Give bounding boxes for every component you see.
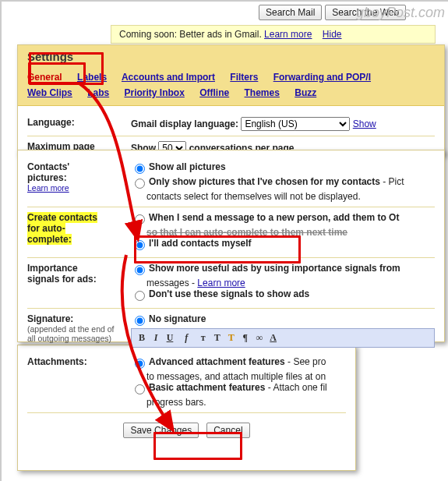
contacts-showall-radio[interactable]: Show all pictures: [131, 161, 435, 174]
language-value: Gmail display language: English (US) Sho…: [131, 117, 435, 131]
impads-dontuse-radio[interactable]: Don't use these signals to show ads: [131, 288, 435, 301]
importance-ads-label: Importancesignals for ads:: [27, 263, 131, 303]
settings-tabs: General Labels Accounts and Import Filte…: [18, 68, 444, 105]
attachments-label: Attachments:: [27, 356, 131, 408]
contacts-opt2-desc: contacts select for themselves will not …: [146, 191, 435, 202]
signature-toolbar[interactable]: BIU f тTT¶∞A: [131, 328, 435, 348]
page-title: Settings: [18, 45, 444, 68]
contacts-learn-link[interactable]: Learn more: [27, 183, 69, 193]
autocontacts-opt1-line2: so that I can auto-complete to them next…: [146, 227, 435, 238]
promo-banner: Coming soon: Better ads in Gmail. Learn …: [111, 25, 436, 44]
promo-learn-link[interactable]: Learn more: [264, 29, 312, 40]
promo-text: Coming soon: Better ads in Gmail.: [119, 29, 262, 40]
search-mail-button[interactable]: Search Mail: [259, 5, 322, 20]
tab-labels[interactable]: Labels: [77, 72, 107, 83]
tab-forwarding[interactable]: Forwarding and POP/I: [273, 72, 371, 83]
impads-opt1b: messages -: [146, 278, 197, 288]
watermark: gboyPost.com: [356, 5, 445, 21]
impads-learn-link[interactable]: Learn more: [197, 278, 245, 288]
promo-hide-link[interactable]: Hide: [323, 29, 342, 40]
impads-useful-radio[interactable]: Show more useful ads by using importance…: [131, 263, 435, 275]
attach-opt1-desc: to messages, and attach multiple files a…: [146, 371, 346, 382]
tab-accounts[interactable]: Accounts and Import: [122, 72, 215, 83]
language-label: Language:: [27, 117, 131, 131]
signature-none-radio[interactable]: No signature: [131, 313, 435, 326]
attach-basic-radio[interactable]: Basic attachment features - Attach one f…: [131, 382, 346, 394]
save-changes-button[interactable]: Save Changes: [123, 423, 199, 438]
autocontacts-myself-radio[interactable]: I'll add contacts myself: [131, 238, 435, 250]
autocontacts-label: Create contacts for auto- complete:: [27, 212, 131, 253]
tab-webclips[interactable]: Web Clips: [27, 87, 72, 98]
settings-footer-panel: Attachments: Advanced attachment feature…: [17, 345, 356, 471]
contacts-pics-label: Contacts'pictures: Learn more: [27, 161, 131, 202]
attach-opt2-desc: progress bars.: [146, 397, 346, 408]
tab-labs[interactable]: Labs: [87, 87, 109, 98]
tab-buzz[interactable]: Buzz: [295, 87, 316, 98]
language-show-link[interactable]: Show: [353, 118, 376, 129]
tab-priority[interactable]: Priority Inbox: [125, 87, 185, 98]
cancel-button[interactable]: Cancel: [206, 423, 249, 438]
settings-header-panel: Settings General Labels Accounts and Imp…: [17, 44, 445, 155]
tab-filters[interactable]: Filters: [230, 72, 258, 83]
language-select[interactable]: English (US): [241, 117, 350, 131]
tab-offline[interactable]: Offline: [199, 87, 229, 98]
language-sublabel: Gmail display language:: [131, 118, 238, 129]
signature-label: Signature: (appended at the end ofall ou…: [27, 313, 131, 348]
contacts-onlychosen-radio[interactable]: Only show pictures that I've chosen for …: [131, 176, 435, 189]
settings-middle-panel: Contacts'pictures: Learn more Show all p…: [17, 150, 445, 342]
autocontacts-add-radio[interactable]: When I send a message to a new person, a…: [131, 212, 435, 225]
tab-themes[interactable]: Themes: [245, 87, 280, 98]
tab-general[interactable]: General: [27, 72, 62, 83]
